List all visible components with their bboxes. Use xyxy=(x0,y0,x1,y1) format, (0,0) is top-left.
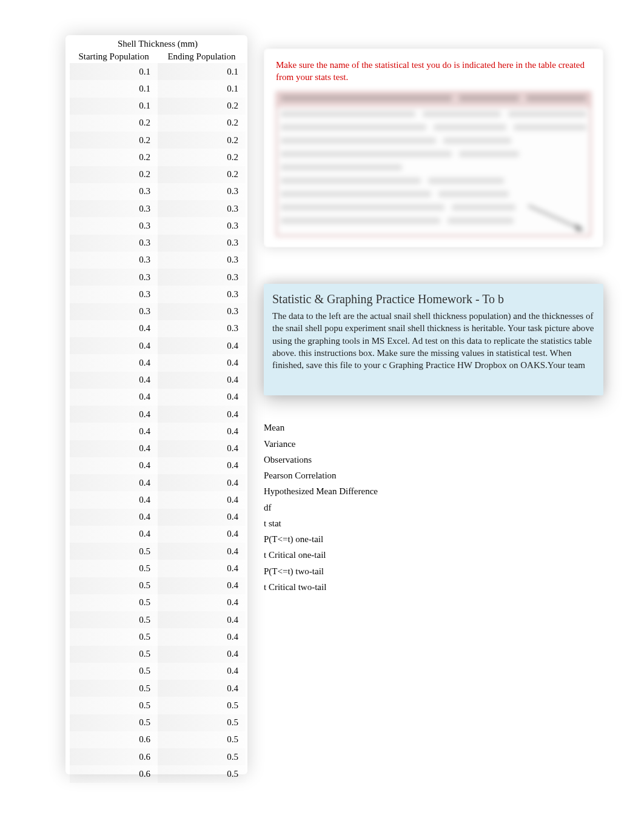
cell-starting: 0.4 xyxy=(70,457,158,474)
cell-ending: 0.5 xyxy=(158,765,246,782)
cell-starting: 0.4 xyxy=(70,389,158,406)
cell-starting: 0.5 xyxy=(70,663,158,680)
cell-ending: 0.4 xyxy=(158,628,246,645)
cell-ending: 0.5 xyxy=(158,697,246,714)
table-row: 0.50.5 xyxy=(70,714,246,731)
table-row: 0.40.4 xyxy=(70,457,246,474)
cell-starting: 0.4 xyxy=(70,423,158,440)
col-header-ending: Ending Population xyxy=(158,50,246,63)
cell-starting: 0.5 xyxy=(70,594,158,611)
shell-thickness-table-wrap: Shell Thickness (mm) Starting Population… xyxy=(70,38,246,783)
table-row: 0.50.4 xyxy=(70,628,246,645)
cell-ending: 0.4 xyxy=(158,680,246,697)
table-row: 0.50.4 xyxy=(70,594,246,611)
stats-note-panel: Make sure the name of the statistical te… xyxy=(264,49,603,247)
table-row: 0.30.3 xyxy=(70,269,246,286)
cell-ending: 0.2 xyxy=(158,166,246,183)
cell-ending: 0.5 xyxy=(158,731,246,748)
stats-label: t stat xyxy=(264,515,603,531)
cell-starting: 0.2 xyxy=(70,115,158,132)
cell-ending: 0.4 xyxy=(158,406,246,423)
cell-starting: 0.4 xyxy=(70,526,158,543)
cell-starting: 0.3 xyxy=(70,303,158,320)
table-row: 0.10.1 xyxy=(70,80,246,97)
stats-label: P(T<=t) two-tail xyxy=(264,563,603,579)
cell-ending: 0.4 xyxy=(158,509,246,526)
cell-ending: 0.4 xyxy=(158,474,246,491)
table-row: 0.30.3 xyxy=(70,200,246,217)
table-row: 0.20.2 xyxy=(70,115,246,132)
cell-starting: 0.3 xyxy=(70,269,158,286)
instructions-body: The data to the left are the actual snai… xyxy=(272,310,595,371)
cell-starting: 0.3 xyxy=(70,252,158,269)
table-row: 0.20.2 xyxy=(70,166,246,183)
shell-thickness-table: Shell Thickness (mm) Starting Population… xyxy=(70,38,246,783)
table-row: 0.60.5 xyxy=(70,748,246,765)
cell-starting: 0.2 xyxy=(70,132,158,149)
cell-ending: 0.4 xyxy=(158,526,246,543)
cell-starting: 0.3 xyxy=(70,235,158,252)
cell-starting: 0.4 xyxy=(70,509,158,526)
cell-ending: 0.4 xyxy=(158,577,246,594)
table-row: 0.60.5 xyxy=(70,765,246,782)
cell-starting: 0.4 xyxy=(70,372,158,389)
table-row: 0.50.4 xyxy=(70,680,246,697)
stats-label: Mean xyxy=(264,420,603,435)
cell-starting: 0.5 xyxy=(70,577,158,594)
cell-starting: 0.2 xyxy=(70,149,158,166)
instructions-panel: Statistic & Graphing Practice Homework -… xyxy=(264,284,603,395)
cell-starting: 0.3 xyxy=(70,183,158,200)
table-row: 0.40.4 xyxy=(70,440,246,457)
cell-starting: 0.3 xyxy=(70,217,158,234)
table-row: 0.40.4 xyxy=(70,423,246,440)
cell-starting: 0.5 xyxy=(70,697,158,714)
cell-ending: 0.1 xyxy=(158,80,246,97)
table-row: 0.40.4 xyxy=(70,474,246,491)
table-row: 0.30.3 xyxy=(70,183,246,200)
table-row: 0.20.2 xyxy=(70,149,246,166)
table-body: 0.10.10.10.10.10.20.20.20.20.20.20.20.20… xyxy=(70,63,246,783)
cell-starting: 0.4 xyxy=(70,337,158,354)
cell-ending: 0.1 xyxy=(158,63,246,80)
table-row: 0.50.4 xyxy=(70,560,246,577)
stats-label: Hypothesized Mean Difference xyxy=(264,483,603,499)
cell-ending: 0.4 xyxy=(158,389,246,406)
table-row: 0.50.4 xyxy=(70,611,246,628)
cell-starting: 0.4 xyxy=(70,474,158,491)
cell-starting: 0.4 xyxy=(70,354,158,371)
stats-label: P(T<=t) one-tail xyxy=(264,531,603,547)
table-row: 0.50.4 xyxy=(70,646,246,663)
cell-ending: 0.2 xyxy=(158,132,246,149)
cell-ending: 0.2 xyxy=(158,98,246,115)
cell-ending: 0.4 xyxy=(158,372,246,389)
cell-ending: 0.4 xyxy=(158,491,246,508)
stats-label: Variance xyxy=(264,436,603,452)
cell-ending: 0.3 xyxy=(158,320,246,337)
stats-label: df xyxy=(264,500,603,515)
cell-starting: 0.4 xyxy=(70,440,158,457)
cell-starting: 0.6 xyxy=(70,765,158,782)
stats-label: Pearson Correlation xyxy=(264,468,603,483)
cell-starting: 0.5 xyxy=(70,611,158,628)
cell-starting: 0.4 xyxy=(70,406,158,423)
stats-label-list: MeanVarianceObservationsPearson Correlat… xyxy=(264,420,603,595)
cell-ending: 0.2 xyxy=(158,149,246,166)
table-row: 0.30.3 xyxy=(70,303,246,320)
cell-ending: 0.5 xyxy=(158,748,246,765)
cell-ending: 0.3 xyxy=(158,303,246,320)
cell-ending: 0.4 xyxy=(158,560,246,577)
table-row: 0.30.3 xyxy=(70,252,246,269)
instructions-title: Statistic & Graphing Practice Homework -… xyxy=(272,292,595,306)
cell-ending: 0.4 xyxy=(158,663,246,680)
stats-label: t Critical one-tail xyxy=(264,547,603,563)
cell-ending: 0.4 xyxy=(158,594,246,611)
cell-starting: 0.6 xyxy=(70,748,158,765)
table-row: 0.40.4 xyxy=(70,354,246,371)
cell-ending: 0.4 xyxy=(158,354,246,371)
cell-ending: 0.4 xyxy=(158,611,246,628)
table-row: 0.40.4 xyxy=(70,491,246,508)
cell-ending: 0.3 xyxy=(158,252,246,269)
cell-starting: 0.3 xyxy=(70,200,158,217)
blurred-stats-table-placeholder xyxy=(276,92,591,236)
cell-starting: 0.3 xyxy=(70,286,158,303)
